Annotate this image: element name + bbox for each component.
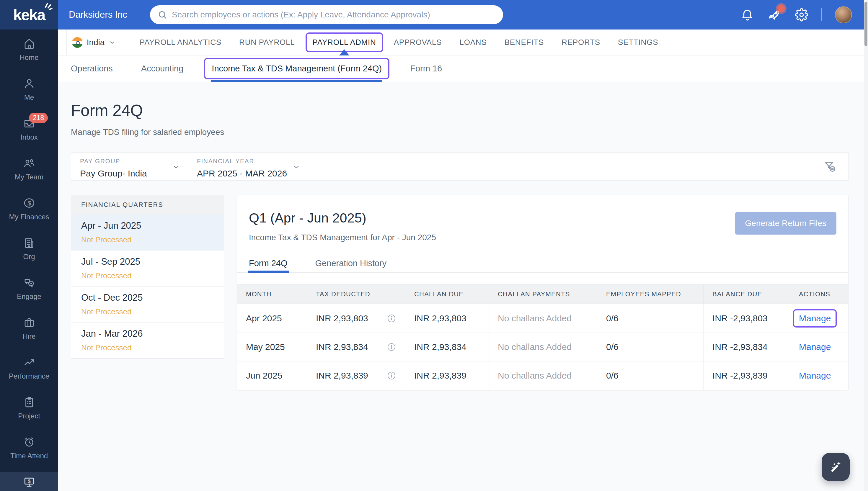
cell-employees-mapped: 0/6 [597, 333, 704, 362]
sidebar-item-label: Time Attend [10, 452, 48, 460]
pay-group-filter[interactable]: PAY GROUP Pay Group- India [71, 152, 188, 180]
nav-item-payroll-analytics[interactable]: PAYROLL ANALYTICS [140, 30, 221, 55]
india-flag-icon [72, 37, 83, 48]
filter-bar: PAY GROUP Pay Group- India FINANCIAL YEA… [71, 152, 848, 181]
section-tabs-bar: Operations Accounting Income Tax & TDS M… [58, 55, 868, 82]
sidebar-item-payroll[interactable]: $ [0, 472, 58, 491]
nav-item-reports[interactable]: REPORTS [562, 30, 600, 55]
quarter-item-q3[interactable]: Oct - Dec 2025 Not Processed [71, 287, 224, 322]
col-header-tax-deducted: TAX DEDUCTED [307, 285, 405, 304]
nav-item-settings[interactable]: SETTINGS [618, 30, 658, 55]
sidebar-item-engage[interactable]: Engage [0, 268, 58, 308]
logo-container[interactable]: keka [0, 0, 58, 30]
sidebar-item-label: Me [24, 93, 34, 102]
col-header-balance-due: BALANCE DUE [704, 285, 790, 304]
tab-accounting[interactable]: Accounting [141, 55, 184, 82]
magic-wand-icon [829, 460, 843, 474]
manage-link[interactable]: Manage [799, 342, 831, 352]
sidebar-item-label: Hire [23, 332, 35, 341]
person-icon [23, 77, 35, 90]
quarter-item-q2[interactable]: Jul - Sep 2025 Not Processed [71, 251, 224, 287]
clear-filters-icon[interactable] [823, 159, 837, 173]
quarter-range: Jul - Sep 2025 [81, 256, 224, 267]
quarter-status: Not Processed [81, 307, 224, 316]
clipboard-icon [23, 396, 35, 408]
info-icon[interactable] [387, 314, 396, 323]
nav-item-approvals[interactable]: APPROVALS [394, 30, 442, 55]
nav-item-payroll-admin[interactable]: PAYROLL ADMIN [313, 30, 376, 55]
sidebar-item-project[interactable]: Project [0, 388, 58, 428]
sidebar-item-hire[interactable]: Hire [0, 308, 58, 348]
cell-employees-mapped: 0/6 [597, 362, 704, 390]
sidebar-item-my-finances[interactable]: $ My Finances [0, 189, 58, 229]
page-title: Form 24Q [71, 101, 848, 120]
sidebar-item-label: Inbox [20, 133, 38, 141]
info-icon[interactable] [387, 342, 396, 352]
page-body: Form 24Q Manage TDS filing for salaried … [58, 82, 868, 391]
cell-month: Apr 2025 [237, 304, 307, 333]
manage-link[interactable]: Manage [799, 371, 831, 381]
sidebar-item-label: Org [23, 253, 35, 261]
keka-logo: keka [13, 6, 45, 24]
sidebar-item-label: Performance [9, 372, 49, 380]
tab-operations[interactable]: Operations [71, 55, 113, 82]
nav-item-loans[interactable]: LOANS [459, 30, 486, 55]
quarter-range: Apr - Jun 2025 [81, 221, 224, 231]
dollar-circle-icon: $ [23, 197, 35, 209]
sidebar-item-my-team[interactable]: My Team [0, 149, 58, 189]
sidebar-item-home[interactable]: Home [0, 30, 58, 69]
financial-year-filter[interactable]: FINANCIAL YEAR APR 2025 - MAR 2026 [188, 152, 308, 180]
sidebar-item-inbox[interactable]: 218 Inbox [0, 109, 58, 149]
logo-spark-icon [43, 1, 54, 11]
quarter-item-q1[interactable]: Apr - Jun 2025 Not Processed [71, 214, 224, 251]
financial-quarters-panel: FINANCIAL QUARTERS Apr - Jun 2025 Not Pr… [71, 195, 224, 359]
quarter-status: Not Processed [81, 343, 224, 352]
cell-challan-due: INR 2,93,839 [405, 362, 489, 390]
chevron-down-icon [292, 163, 300, 171]
cell-challan-payments: No challans Added [489, 333, 597, 362]
magic-wand-fab[interactable] [822, 453, 850, 481]
sidebar-item-org[interactable]: Org [0, 229, 58, 268]
pay-group-value: Pay Group- India [80, 169, 181, 178]
table-row: Jun 2025 INR 2,93,839 INR 2,93,839 No ch… [237, 362, 848, 390]
chevron-down-icon [172, 163, 180, 171]
tab-income-tax-tds[interactable]: Income Tax & TDS Management (Form 24Q) [212, 55, 382, 82]
avatar[interactable] [835, 6, 852, 23]
sidebar-item-me[interactable]: Me [0, 69, 58, 109]
payroll-monitor-icon: $ [23, 475, 36, 489]
tab-form-24q[interactable]: Form 24Q [249, 254, 287, 272]
quarter-detail-panel: Q1 (Apr - Jun 2025) Income Tax & TDS Man… [237, 195, 848, 391]
quarter-title: Q1 (Apr - Jun 2025) [249, 210, 436, 226]
svg-text:$: $ [27, 199, 31, 206]
global-search[interactable] [150, 5, 503, 24]
search-input[interactable] [172, 10, 503, 20]
top-header-bar: keka Darksiders Inc [0, 0, 868, 30]
table-row: Apr 2025 INR 2,93,803 INR 2,93,803 No ch… [237, 304, 848, 333]
scrollbar-thumb[interactable] [864, 2, 867, 46]
tab-form-16[interactable]: Form 16 [410, 55, 442, 82]
info-icon[interactable] [387, 371, 396, 380]
manage-link[interactable]: Manage [793, 309, 837, 327]
gear-icon[interactable] [795, 8, 808, 22]
country-selector[interactable]: India [66, 30, 121, 55]
financial-quarters-header: FINANCIAL QUARTERS [71, 195, 224, 214]
cell-balance-due: INR -2,93,839 [704, 362, 790, 390]
main-content: India PAYROLL ANALYTICS RUN PAYROLL PAYR… [58, 30, 868, 491]
panel-tabs: Form 24Q Generation History [237, 254, 848, 272]
tax-deducted-value: INR 2,93,839 [316, 371, 368, 381]
tax-deducted-value: INR 2,93,834 [316, 342, 368, 352]
cell-month: May 2025 [237, 333, 307, 362]
rocket-icon[interactable] [767, 7, 782, 22]
sidebar-nav: Home Me 218 Inbox My Team $ My Finances … [0, 30, 58, 491]
quarter-item-q4[interactable]: Jan - Mar 2026 Not Processed [71, 322, 224, 358]
nav-item-run-payroll[interactable]: RUN PAYROLL [239, 30, 295, 55]
sidebar-item-label: Engage [17, 292, 41, 301]
sidebar-item-time-attend[interactable]: Time Attend [0, 428, 58, 468]
tab-generation-history[interactable]: Generation History [315, 254, 387, 272]
pay-group-label: PAY GROUP [80, 157, 181, 165]
bell-icon[interactable] [740, 8, 754, 22]
tax-deducted-value: INR 2,93,803 [316, 313, 368, 323]
nav-item-benefits[interactable]: BENEFITS [505, 30, 544, 55]
sidebar-item-performance[interactable]: Performance [0, 348, 58, 388]
generate-return-files-button[interactable]: Generate Return Files [735, 212, 836, 235]
